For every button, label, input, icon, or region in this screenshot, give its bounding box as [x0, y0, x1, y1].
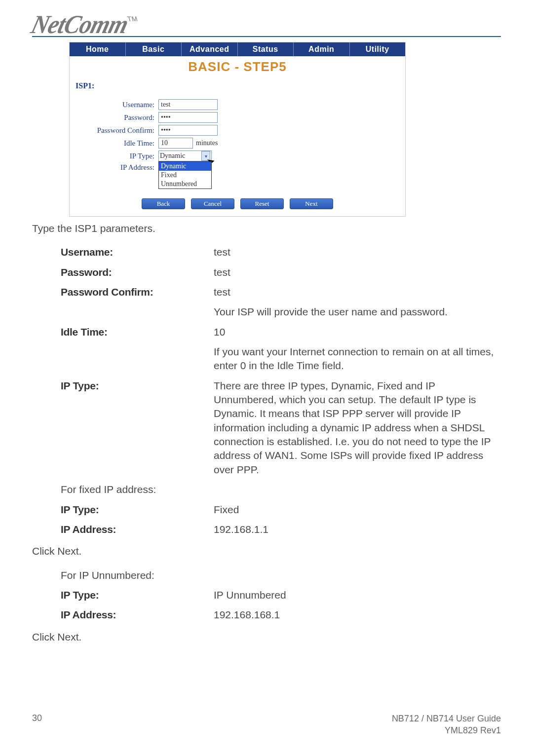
label-username: Username:: [76, 101, 158, 109]
row-idle-val: 10: [214, 322, 500, 342]
iptype-dropdown: Dynamic Fixed Unnumbered: [158, 161, 212, 189]
fixed-iptype-label: IP Type:: [61, 500, 214, 520]
idle-input[interactable]: [158, 138, 193, 149]
iptype-value: Dynamic: [160, 152, 185, 160]
back-button[interactable]: Back: [142, 198, 185, 209]
fixed-iptype-val: Fixed: [214, 500, 500, 520]
nav-basic[interactable]: Basic: [126, 42, 182, 56]
row-pwconfirm-label: Password Confirm:: [61, 282, 214, 302]
nav-home[interactable]: Home: [70, 42, 126, 56]
row-iptype-text: There are three IP types, Dynamic, Fixed…: [214, 376, 500, 480]
click-next-2: Click Next.: [32, 630, 501, 644]
unnum-ipaddr-label: IP Address:: [61, 605, 214, 625]
caption: Type the ISP1 parameters.: [32, 222, 501, 235]
label-password: Password:: [76, 113, 158, 122]
row-iptype-label: IP Type:: [61, 376, 214, 480]
iptype-option-unnumbered[interactable]: Unnumbered: [159, 180, 211, 189]
label-iptype: IP Type:: [76, 152, 158, 160]
logo: NetCommTM: [32, 15, 501, 34]
unnum-iptype-label: IP Type:: [61, 585, 214, 605]
label-ipaddr: IP Address:: [76, 163, 158, 172]
row-idle-label: Idle Time:: [61, 322, 214, 342]
iptype-select[interactable]: Dynamic ▾: [158, 151, 212, 161]
definitions-table: Username: test Password: test Password C…: [61, 242, 500, 539]
row-idle-note: If you want your Internet connection to …: [214, 342, 500, 376]
page-footer: 30 NB712 / NB714 User Guide YML829 Rev1: [32, 713, 501, 736]
nav-admin[interactable]: Admin: [294, 42, 350, 56]
row-password-val: test: [214, 263, 500, 282]
row-pw-note: Your ISP will provide the user name and …: [214, 302, 500, 322]
nav-advanced[interactable]: Advanced: [182, 42, 238, 56]
page-title: BASIC - STEP5: [70, 56, 405, 77]
fixed-heading: For fixed IP address:: [61, 480, 214, 499]
row-username-label: Username:: [61, 242, 214, 262]
idle-unit: minutes: [193, 139, 218, 147]
nav-status[interactable]: Status: [238, 42, 294, 56]
click-next-1: Click Next.: [32, 544, 501, 558]
reset-button[interactable]: Reset: [240, 198, 284, 209]
unnum-iptype-val: IP Unnumbered: [214, 585, 500, 605]
guide-title: NB712 / NB714 User Guide: [392, 713, 501, 724]
page-number: 30: [32, 713, 42, 736]
row-pwconfirm-val: test: [214, 282, 500, 302]
iptype-option-dynamic[interactable]: Dynamic: [159, 162, 211, 171]
row-password-label: Password:: [61, 263, 214, 282]
unnum-heading: For IP Unnumbered:: [61, 566, 214, 585]
definitions-table-2: For IP Unnumbered: IP Type: IP Unnumbere…: [61, 566, 500, 625]
next-button[interactable]: Next: [290, 198, 333, 209]
chevron-down-icon[interactable]: ▾: [201, 151, 210, 161]
unnum-ipaddr-val: 192.168.168.1: [214, 605, 500, 625]
label-pwconfirm: Password Confirm:: [76, 126, 158, 135]
label-idle: Idle Time:: [76, 139, 158, 148]
iptype-option-fixed[interactable]: Fixed: [159, 171, 211, 180]
nav-bar: Home Basic Advanced Status Admin Utility: [70, 42, 405, 56]
row-username-val: test: [214, 242, 500, 262]
fixed-ipaddr-label: IP Address:: [61, 520, 214, 539]
pwconfirm-input[interactable]: [158, 125, 218, 136]
nav-utility[interactable]: Utility: [350, 42, 406, 56]
guide-rev: YML829 Rev1: [392, 725, 501, 736]
router-screenshot: Home Basic Advanced Status Admin Utility…: [69, 42, 406, 217]
password-input[interactable]: [158, 112, 218, 123]
username-input[interactable]: [158, 99, 218, 110]
fixed-ipaddr-val: 192.168.1.1: [214, 520, 500, 539]
cancel-button[interactable]: Cancel: [191, 198, 234, 209]
isp1-heading: ISP1:: [76, 81, 399, 90]
